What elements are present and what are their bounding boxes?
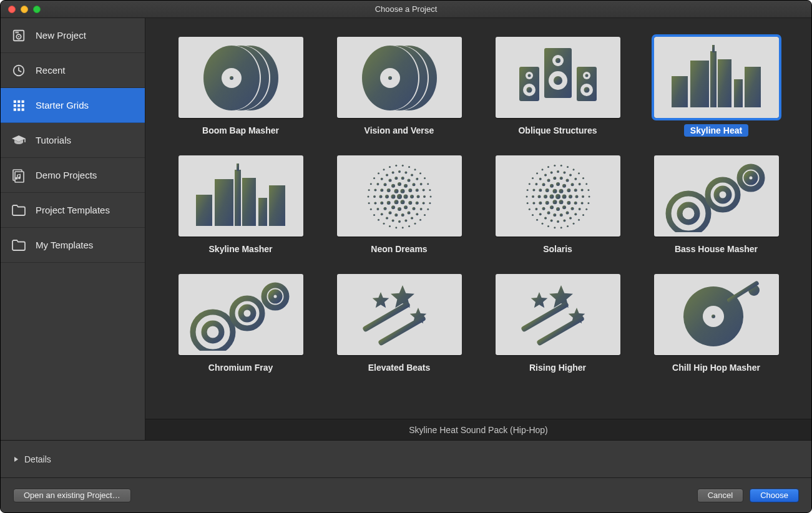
svg-point-170 [574, 201, 577, 204]
svg-point-2 [18, 36, 19, 37]
svg-point-213 [585, 208, 587, 210]
sidebar-item-my-templates[interactable]: My Templates [1, 228, 145, 263]
template-tile[interactable]: Solaris [496, 155, 620, 255]
svg-point-246 [740, 167, 762, 189]
svg-point-115 [404, 171, 407, 173]
svg-point-240 [587, 189, 589, 191]
sidebar-item-new-project[interactable]: New Project [1, 18, 145, 53]
svg-point-172 [565, 211, 569, 214]
cancel-button[interactable]: Cancel [697, 489, 743, 502]
svg-point-235 [567, 165, 569, 167]
svg-rect-13 [22, 108, 24, 110]
svg-point-244 [708, 180, 738, 210]
svg-point-113 [391, 171, 394, 173]
svg-point-84 [388, 211, 391, 214]
template-tile[interactable]: Neon Dreams [337, 155, 462, 255]
svg-point-125 [414, 222, 416, 224]
svg-point-250 [232, 298, 262, 328]
svg-point-164 [545, 188, 549, 192]
svg-point-143 [401, 164, 403, 166]
details-toggle[interactable]: Details [1, 440, 811, 477]
svg-point-236 [572, 169, 574, 170]
svg-point-128 [395, 227, 397, 228]
svg-point-180 [542, 183, 545, 186]
template-tile[interactable]: Bass House Masher [654, 155, 779, 255]
svg-point-221 [541, 222, 543, 224]
svg-point-100 [411, 217, 413, 219]
svg-point-133 [369, 208, 371, 210]
sidebar-item-starter-grids[interactable]: Starter Grids [1, 88, 145, 123]
main: Boom Bap MasherVision and VerseOblique S… [145, 18, 811, 440]
template-tile[interactable]: Vision and Verse [337, 37, 462, 137]
svg-rect-48 [710, 51, 717, 107]
svg-point-86 [380, 201, 383, 204]
svg-point-248 [193, 312, 233, 351]
svg-point-83 [394, 213, 398, 217]
template-tile[interactable]: Rising Higher [496, 274, 620, 374]
svg-point-121 [429, 202, 431, 203]
svg-point-204 [550, 171, 552, 173]
template-tile[interactable]: Oblique Structures [496, 37, 620, 137]
svg-rect-3 [16, 31, 19, 33]
close-icon[interactable] [8, 6, 16, 13]
svg-rect-56 [237, 164, 239, 171]
choose-button[interactable]: Choose [750, 489, 799, 502]
svg-point-183 [559, 177, 562, 180]
svg-point-116 [411, 173, 413, 176]
template-thumbnail [179, 37, 303, 118]
svg-point-142 [395, 164, 397, 166]
template-tile[interactable]: Chromium Fray [179, 274, 303, 374]
maximize-icon[interactable] [33, 6, 41, 13]
template-tile[interactable]: Boom Bap Masher [179, 37, 303, 137]
svg-point-40 [526, 87, 532, 92]
template-label: Boom Bap Masher [196, 124, 285, 137]
svg-point-89 [383, 183, 386, 186]
svg-point-199 [532, 195, 534, 198]
svg-point-232 [547, 165, 549, 167]
svg-point-85 [383, 207, 386, 210]
open-existing-button[interactable]: Open an existing Project… [13, 489, 131, 502]
svg-point-119 [422, 188, 424, 191]
svg-point-159 [562, 205, 566, 209]
template-tile[interactable]: Chill Hip Hop Masher [654, 274, 779, 374]
template-tile[interactable]: Skyline Masher [179, 155, 303, 255]
sidebar-item-recent[interactable]: Recent [1, 53, 145, 88]
sidebar-item-label: Starter Grids [36, 100, 89, 110]
svg-point-196 [539, 213, 541, 215]
svg-point-114 [398, 170, 401, 173]
sidebar-item-project-templates[interactable]: Project Templates [1, 193, 145, 228]
template-thumbnail [179, 274, 303, 355]
svg-point-218 [560, 227, 562, 228]
template-thumbnail [337, 274, 462, 355]
svg-point-212 [587, 202, 589, 203]
svg-point-224 [528, 208, 530, 210]
svg-point-87 [379, 195, 382, 198]
template-tile[interactable]: Elevated Beats [337, 274, 462, 374]
project-chooser-window: Choose a Project New ProjectRecentStarte… [0, 0, 812, 513]
svg-point-106 [376, 208, 379, 210]
svg-point-63 [391, 194, 395, 198]
svg-point-104 [386, 217, 388, 219]
sidebar-item-demo-projects[interactable]: Demo Projects [1, 158, 145, 193]
svg-point-198 [532, 202, 535, 204]
svg-rect-55 [235, 170, 241, 226]
svg-point-138 [373, 177, 375, 179]
svg-point-201 [535, 183, 537, 185]
svg-point-185 [570, 183, 574, 186]
template-tile[interactable]: Skyline Heat [654, 37, 779, 137]
template-label: Solaris [537, 243, 579, 255]
svg-point-211 [588, 195, 590, 197]
minimize-icon[interactable] [21, 6, 28, 13]
sidebar-item-tutorials[interactable]: Tutorials [1, 123, 145, 158]
svg-point-184 [565, 178, 569, 182]
svg-rect-59 [269, 185, 285, 226]
grid-scroll[interactable]: Boom Bap MasherVision and VerseOblique S… [145, 18, 811, 419]
svg-point-169 [575, 195, 578, 198]
template-label: Oblique Structures [512, 124, 603, 137]
svg-point-239 [585, 183, 587, 185]
template-thumbnail [654, 37, 779, 118]
svg-point-137 [369, 183, 371, 185]
svg-point-88 [380, 188, 383, 192]
svg-point-160 [556, 207, 560, 211]
svg-point-76 [404, 183, 408, 187]
